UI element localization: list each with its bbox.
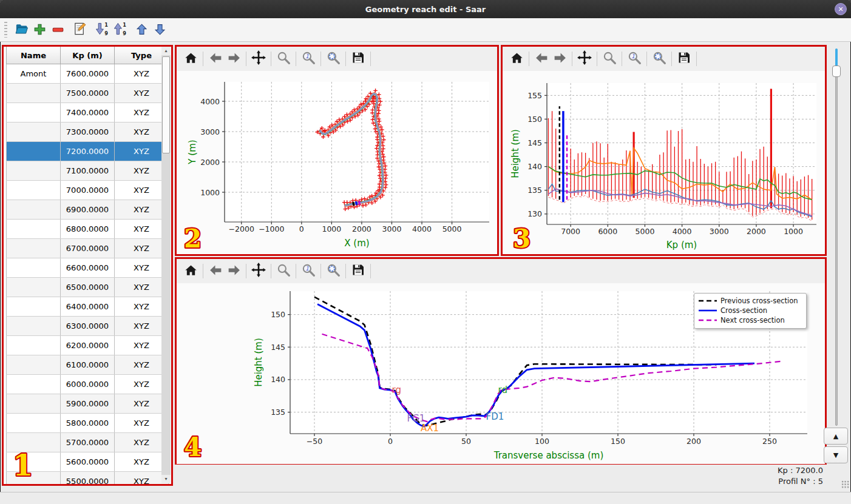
profile-slider[interactable] (829, 49, 844, 426)
forward-button[interactable] (225, 50, 243, 68)
table-scrollbar-thumb[interactable] (162, 56, 170, 153)
profile-slider-handle[interactable] (832, 66, 841, 77)
zoom-button[interactable] (600, 50, 619, 68)
zoom-one-button[interactable]: 1 (299, 50, 317, 68)
svg-text:200: 200 (687, 437, 701, 446)
zoom-button[interactable] (274, 262, 293, 280)
plan-view-canvas[interactable]: −2000−1000010002000300040005000100020003… (177, 71, 497, 254)
profile-slider-track[interactable] (835, 49, 838, 426)
close-button[interactable]: ✕ (835, 3, 847, 15)
toolbar-separator (203, 264, 203, 278)
zoom-settings-button[interactable] (324, 50, 342, 68)
forward-button[interactable] (225, 262, 243, 280)
row-name-cell (7, 375, 61, 394)
table-row[interactable]: 6500.0000XYZ (7, 278, 169, 297)
geometry-reach-edit-window: Geometry reach edit - Saar ✕ 1919 NameKp… (0, 0, 851, 504)
svg-text:3000: 3000 (200, 127, 220, 136)
table-row[interactable]: 6600.0000XYZ (7, 258, 169, 278)
table-row[interactable]: 7500.0000XYZ (7, 84, 169, 103)
table-row[interactable]: 7100.0000XYZ (7, 161, 169, 181)
pan-button[interactable] (575, 50, 594, 68)
home-button[interactable] (507, 50, 526, 68)
toolbar-drag-handle-icon[interactable] (4, 22, 7, 38)
table-row[interactable]: 5500.0000XYZ (7, 472, 169, 485)
cross-section-legend: Previous cross-sectionCross-sectionNext … (694, 293, 807, 329)
open-file-button[interactable] (13, 21, 29, 37)
table-scroll-down-button[interactable]: ▾ (161, 475, 171, 483)
save-button[interactable] (675, 50, 693, 68)
table-row[interactable]: 6300.0000XYZ (7, 317, 169, 336)
home-button[interactable] (181, 262, 200, 280)
resize-grip-icon[interactable] (841, 480, 849, 488)
svg-text:140: 140 (271, 375, 285, 384)
back-button[interactable] (532, 50, 551, 68)
previous-profile-button[interactable]: ▲ (824, 428, 848, 445)
save-button[interactable] (349, 262, 367, 280)
table-row[interactable]: 7400.0000XYZ (7, 103, 169, 123)
svg-text:1: 1 (305, 265, 308, 272)
annotation-fd1: FD1 (486, 411, 504, 422)
table-scroll-up-button[interactable]: ▴ (161, 47, 171, 55)
table-row[interactable]: 6400.0000XYZ (7, 297, 169, 317)
move-down-icon (154, 23, 166, 36)
cross-section-table[interactable]: NameKp (m)TypeAmont7600.0000XYZ7500.0000… (6, 47, 169, 484)
table-row[interactable]: 6000.0000XYZ (7, 375, 169, 394)
table-scrollbar[interactable]: ▴ ▾ (161, 47, 171, 483)
table-row[interactable]: Amont7600.0000XYZ (7, 64, 169, 84)
row-kp-cell: 7200.0000 (61, 142, 115, 161)
row-kp-cell: 5600.0000 (61, 452, 115, 472)
row-name-cell (7, 239, 61, 258)
edit-cross-section-button[interactable] (72, 21, 87, 37)
svg-text:250: 250 (762, 437, 777, 446)
table-row[interactable]: 7300.0000XYZ (7, 123, 169, 142)
add-icon (33, 23, 46, 36)
table-row[interactable]: 5700.0000XYZ (7, 433, 169, 452)
zoom-settings-button[interactable] (650, 50, 668, 68)
zoom-settings-button[interactable] (324, 262, 342, 280)
table-row[interactable]: 5600.0000XYZ (7, 452, 169, 472)
row-kp-cell: 7000.0000 (61, 181, 115, 200)
status-profil: Profil N° : 5 (698, 476, 823, 487)
row-name-cell (7, 472, 61, 485)
row-type-cell: XYZ (115, 103, 169, 123)
sort-descending-button[interactable]: 19 (93, 21, 109, 37)
svg-text:1000: 1000 (200, 188, 220, 197)
table-row[interactable]: 5900.0000XYZ (7, 394, 169, 414)
back-button[interactable] (206, 50, 225, 68)
table-row[interactable]: 6900.0000XYZ (7, 200, 169, 220)
move-up-button[interactable] (134, 22, 149, 38)
svg-text:100: 100 (535, 437, 549, 446)
forward-button[interactable] (551, 50, 569, 68)
zoom-one-button[interactable]: 1 (299, 262, 317, 280)
pan-button[interactable] (249, 262, 268, 280)
row-name-cell (7, 220, 61, 239)
toolbar-separator (696, 52, 697, 66)
titlebar[interactable]: Geometry reach edit - Saar ✕ (0, 0, 851, 18)
next-profile-button[interactable]: ▼ (824, 446, 848, 463)
save-button[interactable] (349, 50, 367, 68)
add-cross-section-button[interactable] (32, 22, 47, 38)
move-down-button[interactable] (152, 22, 168, 38)
svg-text:135: 135 (271, 408, 285, 417)
sort-ascending-button[interactable]: 19 (112, 21, 127, 37)
table-row[interactable]: 6800.0000XYZ (7, 220, 169, 239)
table-row[interactable]: 6700.0000XYZ (7, 239, 169, 258)
table-row[interactable]: 5800.0000XYZ (7, 414, 169, 433)
back-icon (208, 50, 223, 68)
table-row[interactable]: 6200.0000XYZ (7, 336, 169, 355)
pan-button[interactable] (249, 50, 268, 68)
pan-icon (251, 262, 266, 280)
svg-text:1000: 1000 (322, 224, 341, 234)
table-row[interactable]: 7000.0000XYZ (7, 181, 169, 200)
zoom-one-button[interactable]: 1 (625, 50, 643, 68)
table-row[interactable]: 6100.0000XYZ (7, 355, 169, 375)
remove-cross-section-button[interactable] (50, 22, 66, 38)
back-button[interactable] (206, 262, 225, 280)
zoom-button[interactable] (274, 50, 293, 68)
profile-view-canvas[interactable]: 7000600050004000300020001000130135140145… (503, 71, 825, 254)
table-row[interactable]: 7200.0000XYZ (7, 142, 169, 161)
home-button[interactable] (181, 50, 200, 68)
home-icon (183, 263, 198, 280)
toolbar-separator (370, 52, 371, 66)
svg-text:150: 150 (527, 115, 542, 124)
